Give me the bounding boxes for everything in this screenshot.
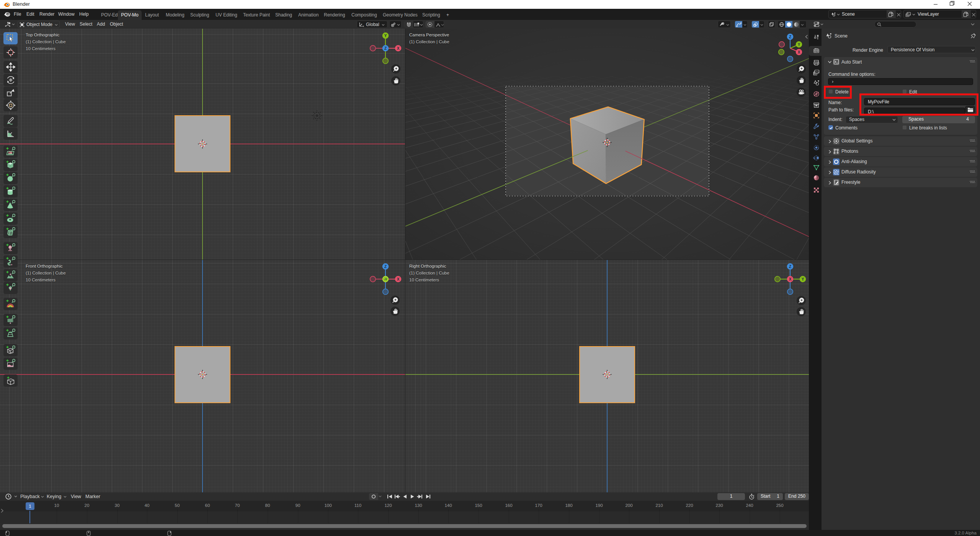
svg-text:Z: Z (384, 265, 387, 269)
svg-text:Z: Z (789, 35, 791, 39)
svg-text:Y: Y (384, 34, 387, 38)
svg-text:Z: Z (384, 46, 387, 51)
svg-text:Y: Y (802, 277, 804, 281)
svg-text:X: X (397, 277, 400, 281)
svg-text:X: X (798, 50, 800, 54)
svg-text:X: X (397, 46, 400, 51)
svg-text:Z: Z (789, 265, 791, 269)
svg-text:X: X (789, 277, 792, 281)
svg-text:-Y: -Y (384, 278, 387, 281)
svg-text:Y: Y (798, 42, 800, 47)
